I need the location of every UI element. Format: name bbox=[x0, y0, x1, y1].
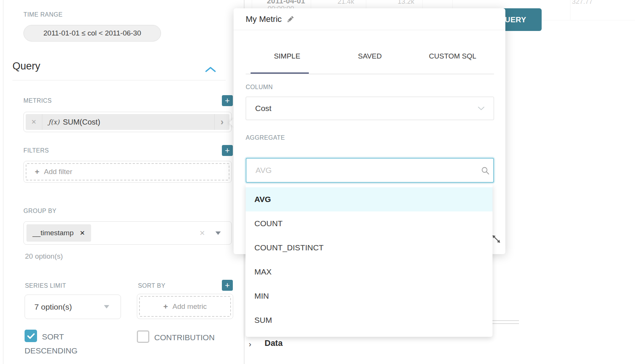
aggregate-input[interactable] bbox=[246, 158, 494, 183]
query-section-title: Query bbox=[12, 60, 40, 72]
add-sort-metric-placeholder: Add metric bbox=[172, 302, 207, 311]
contribution-label: CONTRIBUTION bbox=[154, 333, 215, 342]
popover-header: My Metric bbox=[234, 8, 505, 30]
metrics-label: METRICS bbox=[23, 97, 52, 104]
contribution-checkbox[interactable] bbox=[137, 330, 149, 343]
sort-by-container: + Add metric bbox=[137, 294, 233, 319]
series-limit-label: SERIES LIMIT bbox=[25, 282, 66, 289]
tabs-baseline bbox=[246, 74, 494, 74]
group-by-tag[interactable]: __timestamp ✕ bbox=[26, 224, 91, 242]
table-cell-value: 13.2k bbox=[398, 0, 414, 6]
add-filter-plus-button[interactable]: + bbox=[222, 145, 233, 156]
tab-custom-sql[interactable]: CUSTOM SQL bbox=[411, 52, 494, 60]
sort-by-label: SORT BY bbox=[138, 282, 165, 289]
data-panel-expand-chevron[interactable]: › bbox=[249, 339, 251, 349]
table-cell-value: 327.77 bbox=[572, 0, 593, 6]
series-limit-select[interactable]: 7 option(s) bbox=[25, 295, 121, 319]
group-by-select[interactable]: __timestamp ✕ × bbox=[23, 221, 232, 245]
menu-option-count-distinct[interactable]: COUNT_DISTINCT bbox=[246, 236, 493, 260]
data-panel-title[interactable]: Data bbox=[265, 338, 283, 348]
add-sort-metric-plus-button[interactable]: + bbox=[222, 280, 233, 291]
contribution-option: CONTRIBUTION bbox=[137, 330, 250, 344]
add-filter-dropzone[interactable]: + Add filter bbox=[26, 163, 229, 180]
search-icon bbox=[481, 166, 490, 175]
column-label: COLUMN bbox=[246, 84, 273, 91]
time-range-pill[interactable]: 2011-01-01 ≤ col < 2011-06-30 bbox=[23, 25, 161, 42]
plus-icon: + bbox=[163, 302, 168, 311]
menu-option-max[interactable]: MAX bbox=[246, 260, 493, 284]
group-by-label: GROUP BY bbox=[23, 208, 56, 214]
select-caret-icon[interactable] bbox=[215, 231, 221, 235]
column-select-value: Cost bbox=[255, 104, 271, 113]
aggregate-label: AGGREGATE bbox=[246, 134, 285, 141]
table-cell-date: 2011-04-01 bbox=[267, 0, 305, 5]
metric-expand-chevron-icon[interactable]: › bbox=[214, 114, 229, 130]
metric-pill-body[interactable]: ƒ(x) SUM(Cost) bbox=[42, 114, 214, 130]
menu-option-avg[interactable]: AVG bbox=[246, 187, 493, 211]
tab-simple[interactable]: SIMPLE bbox=[246, 52, 328, 60]
metric-pill[interactable]: × ƒ(x) SUM(Cost) › bbox=[26, 114, 229, 130]
add-filter-placeholder: Add filter bbox=[44, 168, 72, 176]
time-range-label: TIME RANGE bbox=[23, 11, 63, 18]
page-left-border bbox=[3, 0, 3, 364]
metric-name: SUM(Cost) bbox=[63, 118, 100, 126]
sort-descending-option: SORT DESCENDING bbox=[25, 330, 91, 358]
chevron-down-icon bbox=[478, 106, 485, 110]
remove-tag-icon[interactable]: ✕ bbox=[80, 229, 85, 237]
filters-container: + Add filter bbox=[23, 161, 232, 183]
filters-label: FILTERS bbox=[23, 147, 49, 154]
menu-option-min[interactable]: MIN bbox=[246, 284, 493, 308]
aggregate-options-menu: AVG COUNT COUNT_DISTINCT MAX MIN SUM bbox=[246, 184, 493, 337]
menu-option-count[interactable]: COUNT bbox=[246, 211, 493, 236]
function-icon: ƒ(x) bbox=[48, 118, 59, 126]
metric-title: My Metric bbox=[246, 14, 282, 24]
column-select[interactable]: Cost bbox=[246, 97, 494, 120]
group-by-options-hint: 20 option(s) bbox=[25, 252, 63, 261]
table-cell-value: 21.4k bbox=[338, 0, 354, 6]
table-cell-border bbox=[570, 0, 570, 20]
tab-saved[interactable]: SAVED bbox=[328, 52, 411, 60]
select-caret-icon bbox=[104, 305, 109, 308]
menu-option-sum[interactable]: SUM bbox=[246, 308, 493, 332]
add-sort-metric-dropzone[interactable]: + Add metric bbox=[139, 296, 231, 317]
series-limit-value: 7 option(s) bbox=[25, 302, 72, 312]
group-by-tag-label: __timestamp bbox=[33, 229, 74, 237]
remove-metric-icon[interactable]: × bbox=[26, 114, 42, 130]
metrics-container: × ƒ(x) SUM(Cost) › bbox=[23, 112, 232, 132]
plus-icon: + bbox=[35, 167, 39, 176]
metric-popover-tabs: SIMPLE SAVED CUSTOM SQL bbox=[246, 40, 494, 75]
add-metric-plus-button[interactable]: + bbox=[222, 95, 233, 106]
collapse-section-chevron-up-icon[interactable] bbox=[205, 66, 216, 72]
popover-resize-icon[interactable] bbox=[491, 234, 501, 244]
check-icon bbox=[27, 333, 35, 339]
section-divider bbox=[12, 80, 226, 80]
clear-select-icon[interactable]: × bbox=[200, 228, 205, 238]
chart-builder-page: 2011-04-01 00:00:00 21.4k 13.2k 327.77 R… bbox=[0, 0, 635, 364]
sort-descending-checkbox[interactable] bbox=[25, 330, 37, 342]
edit-pencil-icon[interactable] bbox=[286, 15, 294, 23]
